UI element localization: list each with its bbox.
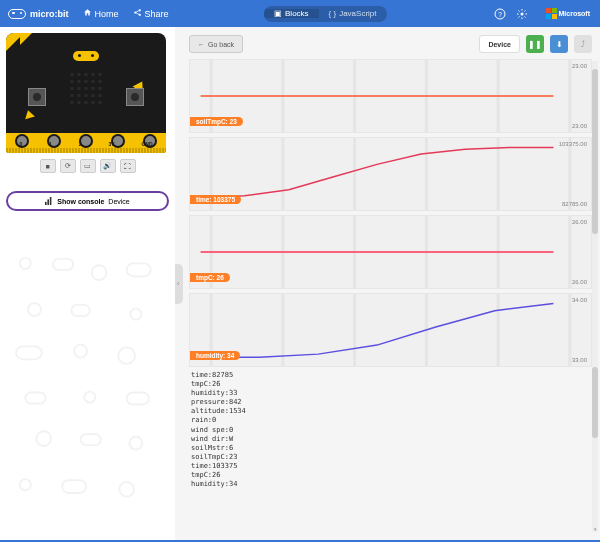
collapse-handle[interactable]: ‹ (175, 264, 183, 304)
sim-audio-button[interactable]: 🔊 (100, 159, 116, 173)
tab-blocks-label: Blocks (285, 9, 309, 18)
svg-rect-12 (127, 263, 151, 276)
sim-controls: ■ ⟳ ▭ 🔊 ⛶ (6, 159, 169, 173)
tab-blocks[interactable]: ▣ Blocks (264, 9, 319, 18)
pin-labels: 0123VGND (6, 141, 166, 147)
microsoft-label: Microsoft (559, 10, 591, 17)
home-icon (83, 8, 92, 19)
chart-humidity: humidity: 34 34.00 33.00 (189, 293, 592, 367)
chart-ymax: 34.00 (572, 297, 587, 303)
goback-label: Go back (208, 41, 234, 48)
svg-point-27 (119, 482, 134, 497)
svg-point-17 (74, 345, 87, 358)
chart-ymax: 103375.00 (559, 141, 587, 147)
svg-rect-26 (62, 480, 86, 493)
download-icon: ⬇ (556, 40, 563, 49)
console-btn-pre: Show console (57, 198, 104, 205)
sim-button-a[interactable] (28, 88, 46, 106)
sim-stop-button[interactable]: ■ (40, 159, 56, 173)
download-button[interactable]: ⬇ (550, 35, 568, 53)
led-matrix (71, 73, 102, 104)
svg-point-25 (20, 479, 31, 490)
svg-rect-23 (81, 434, 101, 445)
svg-point-11 (92, 265, 107, 280)
chart-badge-tmpC: tmpC: 26 (190, 273, 230, 282)
tab-js-label: JavaScript (339, 9, 376, 18)
pause-icon: ❚❚ (528, 40, 542, 49)
chart-ymin: 33.00 (572, 357, 587, 363)
pause-button[interactable]: ❚❚ (526, 35, 544, 53)
microsoft-logo-icon (546, 8, 557, 19)
device-label: Device (479, 35, 520, 53)
header-actions: ? Microsoft (494, 8, 592, 20)
console-btn-suf: Device (108, 198, 129, 205)
nav-share-label: Share (145, 9, 169, 19)
show-console-button[interactable]: Show console Device (6, 191, 169, 211)
chart-ymin: 82785.00 (562, 201, 587, 207)
svg-rect-10 (53, 259, 73, 270)
nav-home-label: Home (95, 9, 119, 19)
sim-button-b[interactable] (126, 88, 144, 106)
svg-text:?: ? (498, 10, 502, 17)
svg-rect-7 (48, 199, 50, 205)
scroll-down-icon[interactable]: ▾ (592, 526, 598, 532)
chart-badge-soilTmpC: soilTmpC: 23 (190, 117, 243, 126)
main-area: 0123VGND ■ ⟳ ▭ 🔊 ⛶ Show console Device ‹… (0, 27, 600, 540)
svg-rect-19 (25, 393, 45, 404)
svg-rect-6 (45, 201, 47, 204)
brand-text: micro:bit (30, 9, 69, 19)
sim-open-button[interactable]: ▭ (80, 159, 96, 173)
svg-point-9 (20, 258, 31, 269)
help-icon[interactable]: ? (494, 8, 506, 20)
chart-tmpC: tmpC: 26 26.00 26.00 (189, 215, 592, 289)
go-back-button[interactable]: ← Go back (189, 35, 243, 53)
console-output: time:82785 tmpC:26 humidity:33 pressure:… (189, 367, 592, 493)
microbit-simulator[interactable]: 0123VGND (6, 33, 166, 153)
chart-time: time: 103375 103375.00 82785.00 (189, 137, 592, 211)
svg-rect-21 (127, 393, 149, 405)
scroll-thumb[interactable] (592, 69, 598, 234)
svg-point-5 (521, 12, 524, 15)
svg-point-24 (129, 437, 142, 450)
chart-ymax: 23.00 (572, 63, 587, 69)
svg-point-22 (36, 431, 51, 446)
chart-ymin: 26.00 (572, 279, 587, 285)
left-panel: 0123VGND ■ ⟳ ▭ 🔊 ⛶ Show console Device (0, 27, 175, 540)
microsoft-logo[interactable]: Microsoft (546, 8, 592, 20)
charts-container: soilTmpC: 23 23.00 23.00 time: 103375 10… (189, 59, 592, 367)
right-panel: ‹ ← Go back Device ❚❚ ⬇ ⤴ soilTmpC: 23 2… (175, 27, 600, 540)
app-header: micro:bit Home Share ▣ Blocks { } JavaSc… (0, 0, 600, 27)
svg-rect-8 (50, 197, 52, 205)
console-toolbar: ← Go back Device ❚❚ ⬇ ⤴ (189, 35, 592, 53)
nav-home[interactable]: Home (83, 8, 119, 19)
scroll-thumb[interactable] (592, 367, 598, 438)
svg-point-13 (28, 303, 41, 316)
sim-fullscreen-button[interactable]: ⛶ (120, 159, 136, 173)
svg-point-15 (130, 309, 141, 320)
chart-soilTmpC: soilTmpC: 23 23.00 23.00 (189, 59, 592, 133)
nav-share[interactable]: Share (133, 8, 169, 19)
svg-point-20 (84, 392, 95, 403)
svg-rect-14 (71, 305, 89, 316)
share-icon (133, 8, 142, 19)
sim-refresh-button[interactable]: ⟳ (60, 159, 76, 173)
js-icon: { } (329, 9, 337, 18)
export-icon: ⤴ (581, 40, 585, 49)
export-button[interactable]: ⤴ (574, 35, 592, 53)
chart-ymin: 23.00 (572, 123, 587, 129)
chart-badge-time: time: 103375 (190, 195, 241, 204)
blocks-icon: ▣ (274, 9, 282, 18)
brand-logo[interactable]: micro:bit (8, 9, 69, 19)
arrow-left-icon: ← (198, 41, 205, 48)
scrollbar[interactable]: ▴ ▾ (592, 61, 598, 532)
svg-rect-16 (16, 346, 42, 359)
tab-javascript[interactable]: { } JavaScript (319, 9, 387, 18)
chart-icon (45, 197, 53, 206)
microbit-logo-icon (8, 9, 26, 19)
microbit-face-icon (73, 51, 99, 61)
chart-badge-humidity: humidity: 34 (190, 351, 240, 360)
background-pattern (0, 245, 175, 540)
svg-point-18 (118, 347, 135, 364)
chart-ymax: 26.00 (572, 219, 587, 225)
settings-icon[interactable] (516, 8, 528, 20)
